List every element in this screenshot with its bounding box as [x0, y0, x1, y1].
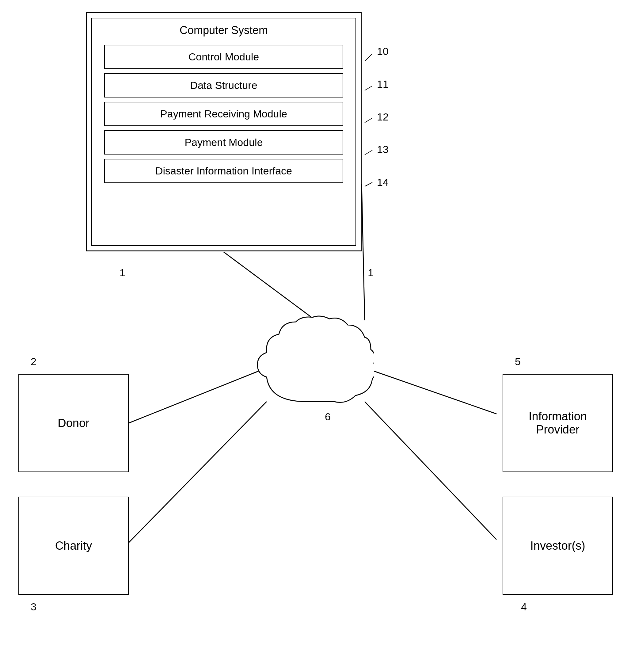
ref-4: 4 [521, 601, 527, 613]
ref-2: 2 [31, 356, 37, 367]
data-structure-box: Data Structure [104, 73, 343, 97]
svg-line-3 [129, 402, 267, 543]
cloud-shape [251, 313, 374, 417]
disaster-info-interface-box: Disaster Information Interface [104, 159, 343, 183]
svg-line-2 [129, 368, 267, 423]
donor-box: Donor [18, 374, 129, 472]
svg-line-5 [365, 402, 496, 539]
ref-13: 13 [377, 143, 389, 155]
svg-line-1 [362, 184, 365, 320]
svg-line-10 [365, 183, 372, 186]
ref-11: 11 [377, 78, 389, 90]
ref-3: 3 [31, 601, 37, 613]
ref-14: 14 [377, 176, 389, 188]
info-provider-label: InformationProvider [529, 410, 587, 436]
svg-line-8 [365, 118, 372, 123]
donor-label: Donor [57, 417, 90, 430]
svg-line-0 [224, 252, 316, 320]
computer-system-title: Computer System [92, 18, 356, 41]
svg-line-4 [365, 368, 496, 414]
charity-label: Charity [55, 539, 92, 552]
charity-box: Charity [18, 497, 129, 595]
control-module-label: Control Module [189, 51, 259, 63]
disaster-info-interface-label: Disaster Information Interface [155, 165, 292, 176]
payment-module-label: Payment Module [185, 137, 263, 148]
computer-system-box: Computer System Control Module Data Stru… [86, 12, 362, 251]
ref-6: 6 [325, 411, 331, 423]
payment-receiving-module-label: Payment Receiving Module [160, 108, 287, 120]
ref-10: 10 [377, 45, 389, 57]
ref-12: 12 [377, 111, 389, 123]
ref-1-right: 1 [368, 267, 373, 279]
computer-system-inner: Computer System Control Module Data Stru… [91, 18, 356, 246]
ref-1-left: 1 [120, 267, 125, 279]
info-provider-box: InformationProvider [503, 374, 613, 472]
investors-label: Investor(s) [530, 539, 585, 552]
data-structure-label: Data Structure [190, 79, 257, 91]
payment-receiving-module-box: Payment Receiving Module [104, 102, 343, 126]
investors-box: Investor(s) [503, 497, 613, 595]
control-module-box: Control Module [104, 45, 343, 69]
diagram: Computer System Control Module Data Stru… [0, 0, 631, 672]
svg-line-7 [365, 86, 372, 91]
svg-line-6 [365, 54, 372, 61]
ref-5: 5 [515, 356, 521, 367]
svg-line-9 [365, 150, 372, 155]
payment-module-box: Payment Module [104, 130, 343, 154]
